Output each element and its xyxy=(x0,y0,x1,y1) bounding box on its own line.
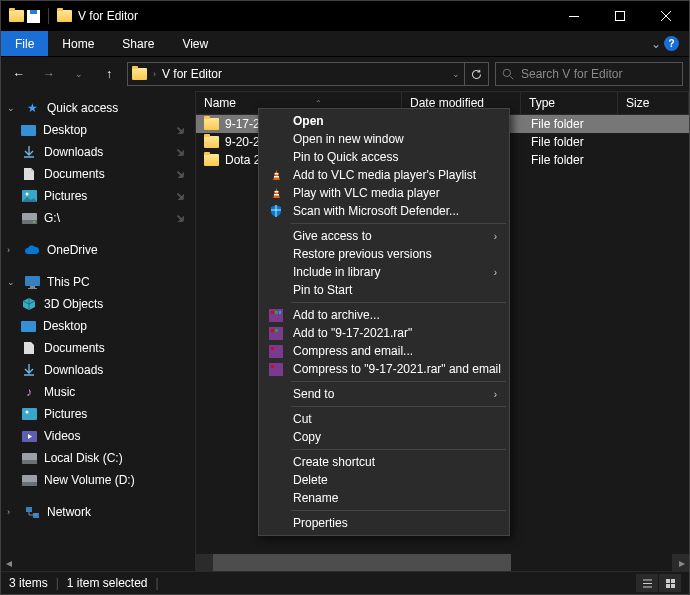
ctx-separator xyxy=(291,302,506,303)
column-size[interactable]: Size xyxy=(618,92,689,114)
details-view-button[interactable] xyxy=(636,574,658,592)
sidebar-item-videos[interactable]: Videos xyxy=(1,425,195,447)
context-menu: Open Open in new window Pin to Quick acc… xyxy=(258,108,510,536)
svg-rect-11 xyxy=(22,408,37,420)
refresh-button[interactable] xyxy=(465,62,489,86)
maximize-button[interactable] xyxy=(597,1,643,31)
drive-icon xyxy=(21,450,37,466)
scrollbar-thumb[interactable] xyxy=(213,554,511,571)
sidebar-item-documents-pc[interactable]: Documents xyxy=(1,337,195,359)
horizontal-scrollbar[interactable]: ◂ ▸ xyxy=(196,554,689,571)
recent-button[interactable]: ⌄ xyxy=(67,62,91,86)
downloads-icon xyxy=(21,144,37,160)
thumbnails-view-button[interactable] xyxy=(659,574,681,592)
sidebar-item-network[interactable]: ›Network xyxy=(1,501,195,523)
vlc-icon xyxy=(268,167,284,183)
search-placeholder: Search V for Editor xyxy=(521,67,622,81)
minimize-button[interactable] xyxy=(551,1,597,31)
ctx-cut[interactable]: Cut xyxy=(261,410,507,428)
sidebar-item-new-volume-d[interactable]: New Volume (D:) xyxy=(1,469,195,491)
forward-button[interactable]: → xyxy=(37,62,61,86)
ctx-properties[interactable]: Properties xyxy=(261,514,507,532)
sidebar-item-this-pc[interactable]: ⌄This PC xyxy=(1,271,195,293)
ctx-add-rar[interactable]: Add to "9-17-2021.rar" xyxy=(261,324,507,342)
tab-home[interactable]: Home xyxy=(48,31,108,56)
chevron-right-icon: › xyxy=(153,69,156,79)
tab-file[interactable]: File xyxy=(1,31,48,56)
sidebar-item-pictures-pc[interactable]: Pictures xyxy=(1,403,195,425)
svg-rect-35 xyxy=(269,345,283,358)
ctx-send-to[interactable]: Send to› xyxy=(261,385,507,403)
sidebar-item-desktop[interactable]: Desktop xyxy=(1,119,195,141)
ctx-defender-scan[interactable]: Scan with Microsoft Defender... xyxy=(261,202,507,220)
svg-rect-31 xyxy=(279,311,281,314)
svg-rect-37 xyxy=(269,363,283,376)
ctx-delete[interactable]: Delete xyxy=(261,471,507,489)
ctx-separator xyxy=(291,449,506,450)
pc-icon xyxy=(24,274,40,290)
svg-point-4 xyxy=(25,193,28,196)
ctx-vlc-add[interactable]: Add to VLC media player's Playlist xyxy=(261,166,507,184)
sidebar-item-documents[interactable]: Documents xyxy=(1,163,195,185)
svg-rect-15 xyxy=(22,460,37,464)
sidebar-item-local-disk-c[interactable]: Local Disk (C:) xyxy=(1,447,195,469)
window-title: V for Editor xyxy=(78,9,138,23)
ctx-copy[interactable]: Copy xyxy=(261,428,507,446)
svg-rect-24 xyxy=(274,173,278,175)
sidebar-item-desktop-pc[interactable]: Desktop xyxy=(1,315,195,337)
svg-rect-38 xyxy=(271,365,274,368)
ctx-restore-versions[interactable]: Restore previous versions xyxy=(261,245,507,263)
svg-rect-23 xyxy=(671,584,675,588)
sidebar-item-music[interactable]: ♪Music xyxy=(1,381,195,403)
ctx-include-library[interactable]: Include in library› xyxy=(261,263,507,281)
ribbon: File Home Share View ⌄ ? xyxy=(1,31,689,57)
tab-share[interactable]: Share xyxy=(108,31,168,56)
ctx-pin-quick-access[interactable]: Pin to Quick access xyxy=(261,148,507,166)
separator xyxy=(48,8,49,24)
ctx-rename[interactable]: Rename xyxy=(261,489,507,507)
chevron-down-icon[interactable]: ⌄ xyxy=(452,69,460,79)
svg-rect-34 xyxy=(275,329,278,332)
sidebar-item-3d-objects[interactable]: 3D Objects xyxy=(1,293,195,315)
sidebar-item-drive-g[interactable]: G:\ xyxy=(1,207,195,229)
scroll-right-icon[interactable]: ▸ xyxy=(673,554,690,571)
folder-icon xyxy=(57,10,72,22)
ctx-give-access[interactable]: Give access to› xyxy=(261,227,507,245)
sidebar-item-downloads[interactable]: Downloads xyxy=(1,141,195,163)
ctx-pin-start[interactable]: Pin to Start xyxy=(261,281,507,299)
up-button[interactable]: ↑ xyxy=(97,62,121,86)
sidebar-item-pictures[interactable]: Pictures xyxy=(1,185,195,207)
path-segment[interactable]: V for Editor xyxy=(162,67,222,81)
sidebar-item-onedrive[interactable]: ›OneDrive xyxy=(1,239,195,261)
nav-pane[interactable]: ⌄★Quick access Desktop Downloads Documen… xyxy=(1,91,196,571)
ctx-add-archive[interactable]: Add to archive... xyxy=(261,306,507,324)
winrar-icon xyxy=(268,343,284,359)
ctx-open-new-window[interactable]: Open in new window xyxy=(261,130,507,148)
tab-view[interactable]: View xyxy=(168,31,222,56)
path-box[interactable]: › V for Editor ⌄ xyxy=(127,62,465,86)
ctx-separator xyxy=(291,223,506,224)
qat-icon[interactable] xyxy=(27,10,40,23)
ctx-vlc-play[interactable]: Play with VLC media player xyxy=(261,184,507,202)
drive-icon xyxy=(21,472,37,488)
svg-rect-18 xyxy=(26,507,32,512)
help-button[interactable]: ? xyxy=(664,36,679,51)
chevron-right-icon: › xyxy=(494,267,497,278)
sidebar-item-quick-access[interactable]: ⌄★Quick access xyxy=(1,97,195,119)
close-button[interactable] xyxy=(643,1,689,31)
status-bar: 3 items | 1 item selected | xyxy=(1,571,689,594)
svg-rect-0 xyxy=(569,16,579,17)
ctx-compress-rar-email[interactable]: Compress to "9-17-2021.rar" and email xyxy=(261,360,507,378)
sidebar-item-downloads-pc[interactable]: Downloads xyxy=(1,359,195,381)
scroll-left-icon[interactable]: ◂ xyxy=(0,554,17,571)
winrar-icon xyxy=(268,361,284,377)
desktop-icon xyxy=(21,125,36,136)
expand-ribbon-button[interactable]: ⌄ xyxy=(651,37,661,51)
ctx-open[interactable]: Open xyxy=(261,112,507,130)
search-box[interactable]: Search V for Editor xyxy=(495,62,683,86)
column-type[interactable]: Type xyxy=(521,92,618,114)
cube-icon xyxy=(21,296,37,312)
ctx-create-shortcut[interactable]: Create shortcut xyxy=(261,453,507,471)
back-button[interactable]: ← xyxy=(7,62,31,86)
ctx-compress-email[interactable]: Compress and email... xyxy=(261,342,507,360)
